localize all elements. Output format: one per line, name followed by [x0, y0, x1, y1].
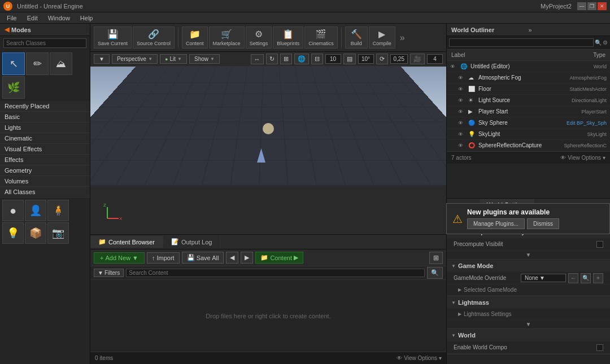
outliner-item-floor[interactable]: 👁 ⬜ Floor StaticMeshActor — [447, 84, 610, 95]
outliner-expand-btn[interactable]: » — [529, 27, 606, 33]
mode-paint-icon[interactable]: ✏ — [26, 52, 49, 75]
outliner-item-atmospheric-fog[interactable]: 👁 ☁ Atmospheric Fog AtmosphericFog — [447, 72, 610, 84]
minimize-button[interactable]: — — [577, 2, 586, 10]
restore-button[interactable]: ❐ — [587, 2, 596, 10]
item-type-5[interactable]: Edit BP_Sky_Sph — [550, 120, 607, 126]
panel-options-button[interactable]: ⊞ — [429, 252, 443, 264]
sidebar-item-geometry[interactable]: Geometry — [0, 165, 90, 176]
toolbar-group-build: 🔨 Build ▶ Compile — [345, 27, 395, 49]
dismiss-button[interactable]: Dismiss — [527, 218, 559, 229]
outliner-view-options[interactable]: 👁 View Options ▾ — [560, 155, 605, 161]
basic-sphere-icon[interactable]: ● — [2, 200, 24, 221]
section-header-lightmass[interactable]: ▼ Lightmass — [447, 296, 610, 309]
player-icon[interactable]: 👤 — [25, 200, 46, 221]
import-button[interactable]: ↑ Import — [147, 252, 180, 264]
light-bulb-icon[interactable]: 💡 — [2, 222, 24, 244]
viewport-3d[interactable]: X Z — [90, 67, 446, 234]
outliner-item-sky-sphere[interactable]: 👁 🔵 Sky Sphere Edit BP_Sky_Sph — [447, 117, 610, 129]
section-header-world[interactable]: ▼ World — [447, 329, 610, 341]
outliner-item-player-start[interactable]: 👁 ▶ Player Start PlayerStart — [447, 106, 610, 117]
rotate-tool[interactable]: ↻ — [266, 54, 278, 64]
toolbar-cinematics[interactable]: 🎬 Cinematics — [304, 27, 338, 49]
item-icon-2: ⬜ — [468, 86, 476, 92]
snap-tool[interactable]: ⊟ — [311, 54, 323, 64]
character-icon[interactable]: 🧍 — [47, 200, 69, 221]
nav-forward-button[interactable]: ▶ — [241, 252, 253, 264]
item-icon-1: ☁ — [468, 74, 476, 81]
modes-search-input[interactable] — [3, 38, 86, 48]
gamemode-add-btn[interactable]: + — [593, 273, 603, 283]
camera-speed-btn[interactable]: 🎥 — [410, 54, 425, 64]
sidebar-item-effects[interactable]: Effects — [0, 155, 90, 165]
sidebar-item-cinematic[interactable]: Cinematic — [0, 133, 90, 144]
toolbar-compile[interactable]: ▶ Compile — [369, 27, 395, 49]
sidebar-item-all-classes[interactable]: All Classes — [0, 187, 90, 198]
toolbar-settings[interactable]: ⚙ Settings — [246, 27, 272, 49]
content-label: Content — [186, 41, 204, 46]
sidebar-item-lights[interactable]: Lights — [0, 122, 90, 133]
tab-output-log[interactable]: 📝 Output Log — [163, 236, 220, 248]
angle-btn[interactable]: ⟳ — [376, 54, 388, 64]
visibility-expand-arrow[interactable]: ▼ — [526, 252, 531, 258]
search-icon-btn[interactable]: 🔍 — [427, 267, 443, 279]
outliner-search-input[interactable] — [449, 38, 594, 47]
sidebar-item-basic[interactable]: Basic — [0, 112, 90, 122]
toolbar-build[interactable]: 🔨 Build — [345, 27, 368, 49]
perspective-btn[interactable]: Perspective ▼ — [112, 54, 158, 64]
toolbar-save-current[interactable]: 💾 Save Current — [94, 27, 132, 49]
outliner-item-untitled[interactable]: 👁 🌐 Untitled (Editor) World — [447, 61, 610, 72]
outliner-item-sphere-reflection[interactable]: 👁 ⭕ SphereReflectionCapture SphereReflec… — [447, 140, 610, 151]
save-all-button[interactable]: 💾 Save All — [182, 252, 224, 264]
lit-btn[interactable]: ● Lit ▼ — [160, 54, 187, 64]
sidebar-item-visual-effects[interactable]: Visual Effects — [0, 144, 90, 155]
box-icon[interactable]: 📦 — [25, 222, 46, 244]
checkbox-world-comp[interactable] — [596, 344, 603, 351]
gamemode-dropdown[interactable]: None ▼ — [521, 274, 566, 282]
world-outliner: World Outliner » 🔍 ⚙ Label Type 👁 🌐 Unti… — [447, 24, 610, 199]
section-header-game-mode[interactable]: ▼ Game Mode — [447, 260, 610, 272]
sidebar-item-recently-placed[interactable]: Recently Placed — [0, 101, 90, 112]
gamemode-search-btn[interactable]: 🔍 — [581, 273, 591, 283]
outliner-item-light-source[interactable]: 👁 ☀ Light Source DirectionalLight — [447, 95, 610, 106]
camera-icon[interactable]: 📷 — [47, 222, 69, 244]
marketplace-icon: 🛒 — [221, 29, 232, 40]
content-main-area[interactable]: Drop files here or right click to create… — [90, 280, 446, 352]
view-options-button[interactable]: 👁 View Options ▾ — [396, 355, 442, 361]
add-new-icon: + — [100, 255, 103, 261]
nav-back-button[interactable]: ◀ — [226, 252, 238, 264]
menu-file[interactable]: File — [2, 14, 21, 23]
toolbar-content[interactable]: 📁 Content — [182, 27, 208, 49]
content-path-label: 📁 Content ▶ — [255, 252, 303, 264]
menu-help[interactable]: Help — [76, 14, 98, 23]
toolbar-blueprints[interactable]: 📋 Blueprints — [273, 27, 303, 49]
filters-button[interactable]: ▼ Filters — [94, 269, 124, 277]
menu-edit[interactable]: Edit — [23, 14, 42, 23]
toolbar-expand-icon[interactable]: » — [398, 30, 407, 45]
checkbox-precompute[interactable] — [596, 241, 603, 248]
lightmass-expand-arrow[interactable]: ▼ — [526, 321, 531, 327]
outliner-item-skylight[interactable]: 👁 💡 SkyLight SkyLight — [447, 129, 610, 140]
svg-text:Z: Z — [103, 203, 106, 208]
manage-plugins-button[interactable]: Manage Plugins... — [467, 218, 525, 229]
mode-select-icon[interactable]: ↖ — [2, 52, 25, 75]
sidebar-item-volumes[interactable]: Volumes — [0, 176, 90, 187]
mode-foliage-icon[interactable]: 🌿 — [2, 76, 25, 99]
grid-btn[interactable]: ▤ — [343, 54, 356, 64]
toolbar-source-control[interactable]: 🔗 Source Control — [133, 27, 175, 49]
toolbar-marketplace[interactable]: 🛒 Marketplace — [209, 27, 245, 49]
add-new-button[interactable]: + Add New ▼ — [94, 252, 145, 264]
translate-tool[interactable]: ↔ — [251, 54, 264, 64]
scale-tool[interactable]: ⊞ — [280, 54, 292, 64]
world-tool[interactable]: 🌐 — [294, 54, 309, 64]
source-control-icon: 🔗 — [148, 29, 159, 40]
outliner-options-icon[interactable]: ⚙ — [603, 40, 608, 46]
tab-content-browser[interactable]: 📁 Content Browser — [90, 236, 163, 248]
search-content-input[interactable] — [126, 269, 425, 277]
outliner-search-icon[interactable]: 🔍 — [595, 40, 602, 46]
viewport-mode-btn[interactable]: ▼ — [94, 54, 110, 64]
gamemode-arrow-btn[interactable]: ← — [568, 273, 578, 283]
menu-window[interactable]: Window — [43, 14, 75, 23]
mode-landscape-icon[interactable]: ⛰ — [50, 52, 72, 75]
close-button[interactable]: ✕ — [598, 2, 607, 10]
show-btn[interactable]: Show ▼ — [189, 54, 220, 64]
